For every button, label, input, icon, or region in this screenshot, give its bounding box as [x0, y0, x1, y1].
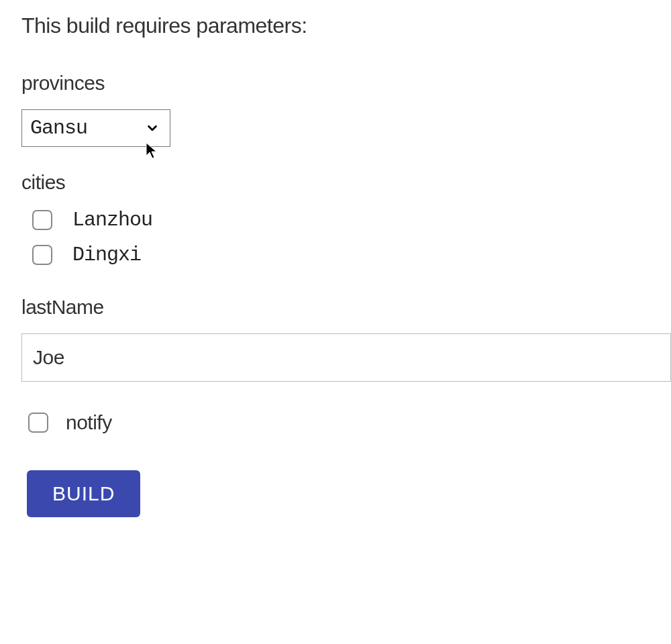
notify-row: notify	[21, 411, 671, 434]
lastname-label: lastName	[21, 296, 671, 319]
list-item: Lanzhou	[32, 209, 671, 231]
city-checkbox-lanzhou[interactable]	[32, 210, 52, 230]
build-button[interactable]: BUILD	[27, 470, 140, 517]
cities-label: cities	[21, 171, 671, 194]
city-label: Dingxi	[72, 244, 141, 266]
notify-checkbox[interactable]	[28, 413, 48, 433]
cities-list: Lanzhou Dingxi	[21, 209, 671, 266]
notify-label: notify	[66, 411, 112, 434]
city-label: Lanzhou	[72, 209, 152, 231]
provinces-label: provinces	[21, 72, 671, 95]
provinces-select[interactable]: Gansu	[21, 109, 170, 147]
list-item: Dingxi	[32, 244, 671, 266]
lastname-input[interactable]	[21, 333, 671, 382]
provinces-select-wrap: Gansu	[21, 109, 170, 147]
city-checkbox-dingxi[interactable]	[32, 245, 52, 265]
page-heading: This build requires parameters:	[21, 13, 671, 38]
